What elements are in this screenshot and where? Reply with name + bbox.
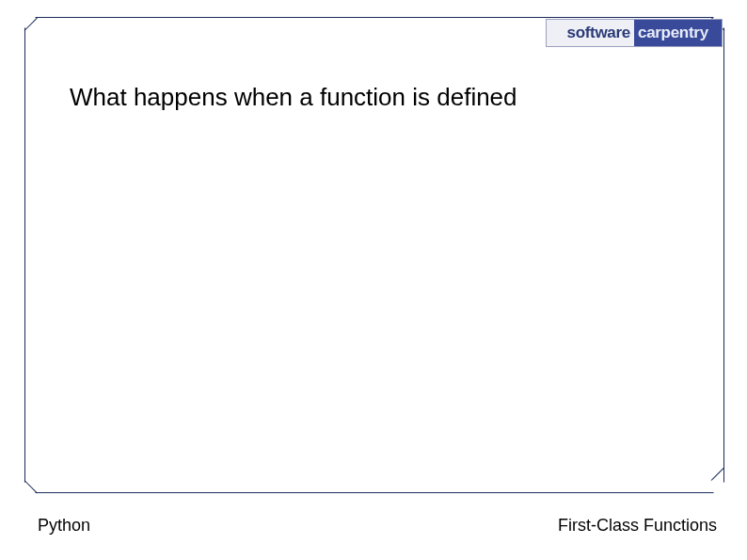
logo-right-text: carpentry (634, 20, 722, 46)
corner-cut-br (712, 481, 725, 494)
brand-logo: software carpentry (546, 19, 723, 47)
slide-heading: What happens when a function is defined (70, 83, 517, 112)
logo-left-text: software (547, 20, 634, 46)
footer-right-text: First-Class Functions (558, 516, 717, 536)
footer-left-text: Python (38, 516, 90, 536)
slide-page: software carpentry What happens when a f… (0, 0, 747, 560)
